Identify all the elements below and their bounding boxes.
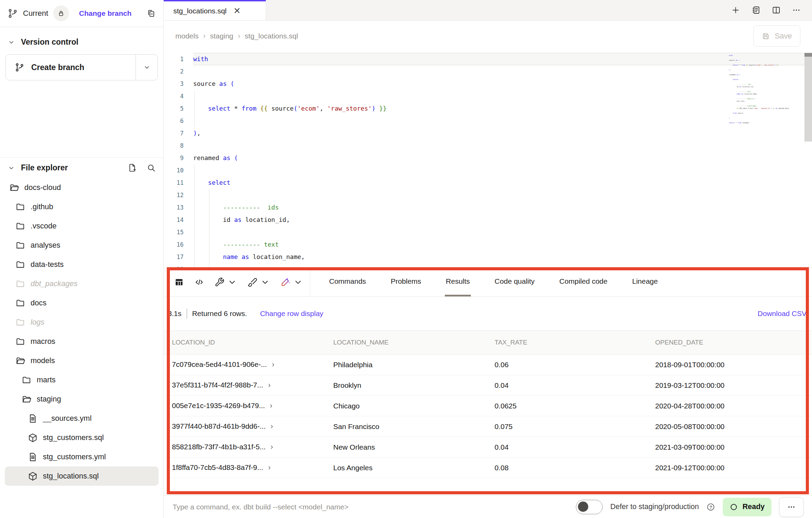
table-cell: 0.08	[486, 464, 647, 472]
change-row-display-link[interactable]: Change row display	[260, 309, 323, 318]
panel-tab-code-quality[interactable]: Code quality	[494, 268, 536, 296]
table-cell: 0.06	[486, 361, 647, 369]
download-csv-link[interactable]: Download CSV	[758, 309, 807, 318]
results-table-button[interactable]	[174, 277, 184, 287]
file-tree-item-macros[interactable]: macros	[5, 332, 159, 351]
more-icon[interactable]	[792, 5, 801, 15]
folder-icon	[15, 317, 25, 327]
ready-status-badge[interactable]: Ready	[723, 498, 772, 516]
save-button[interactable]: Save	[753, 25, 800, 47]
file-tree-item-marts[interactable]: marts	[5, 370, 159, 390]
new-tab-icon[interactable]	[731, 5, 740, 15]
file-tree-item-dbt-packages[interactable]: dbt_packages	[5, 274, 159, 293]
file-explorer-actions	[128, 163, 156, 172]
close-tab-icon[interactable]: ✕	[233, 7, 241, 15]
editor-minimap[interactable]: with source as ( select * from {{ source…	[729, 54, 801, 149]
code-lines: 1with2 3source as (4 5 select * from {{ …	[164, 53, 812, 268]
line-number: 13	[164, 201, 193, 214]
expand-cell-icon[interactable]	[267, 464, 272, 472]
expand-cell-icon[interactable]	[269, 423, 275, 431]
folder-icon	[15, 337, 25, 347]
version-control-header[interactable]: Version control	[0, 37, 163, 47]
breadcrumb-segment[interactable]: models	[175, 32, 199, 40]
code-preview-button[interactable]	[194, 277, 204, 287]
create-branch-dropdown[interactable]	[136, 55, 158, 80]
empty-table-row	[164, 478, 812, 494]
search-icon[interactable]	[147, 163, 156, 172]
line-number: 15	[164, 226, 193, 238]
file-tree-item-docs[interactable]: docs	[5, 293, 159, 313]
chevron-down-icon[interactable]	[227, 277, 237, 287]
line-number: 16	[164, 238, 193, 251]
format-brush-button[interactable]	[247, 277, 270, 287]
more-options-button[interactable]	[779, 497, 804, 517]
file-tree-item-label: macros	[31, 337, 55, 346]
file-explorer-title: File explorer	[21, 163, 68, 172]
indent-guide	[209, 214, 209, 226]
line-number: 1	[164, 53, 193, 65]
notebook-icon[interactable]	[751, 5, 761, 15]
file-tree-item-staging[interactable]: staging	[5, 390, 159, 409]
command-input[interactable]	[173, 503, 568, 511]
breadcrumb-segment[interactable]: staging	[210, 32, 233, 40]
indent-guide	[209, 251, 209, 263]
split-editor-icon[interactable]	[772, 5, 781, 15]
chevron-down-icon[interactable]	[293, 277, 303, 287]
file-tree-item-stg-locations-sql[interactable]: stg_locations.sql	[5, 466, 159, 486]
file-tree-item--github[interactable]: .github	[5, 197, 159, 216]
expand-cell-icon[interactable]	[267, 382, 272, 390]
change-branch-link[interactable]: Change branch	[79, 9, 131, 18]
new-file-icon[interactable]	[128, 163, 137, 172]
file-tree-item-logs[interactable]: logs	[5, 313, 159, 332]
build-tools-button[interactable]	[214, 277, 237, 287]
save-label: Save	[775, 32, 792, 41]
breadcrumb: models›staging›stg_locations.sql	[175, 32, 298, 41]
breadcrumb-segment[interactable]: stg_locations.sql	[245, 32, 298, 40]
panel-tab-lineage[interactable]: Lineage	[631, 268, 659, 296]
panel-tab-compiled-code[interactable]: Compiled code	[558, 268, 608, 296]
editor-scrollbar[interactable]	[804, 53, 812, 142]
help-icon[interactable]: ?	[706, 503, 715, 511]
file-tree-item--sources-yml[interactable]: __sources.yml	[5, 409, 159, 428]
chevron-down-icon[interactable]	[260, 277, 270, 287]
panel-tab-results[interactable]: Results	[445, 268, 471, 296]
code-editor[interactable]: 1with2 3source as (4 5 select * from {{ …	[164, 52, 812, 268]
expand-cell-icon[interactable]	[269, 443, 275, 452]
panel-toolbar-icons	[164, 268, 310, 296]
indent-guide	[194, 251, 195, 263]
file-tree-item-models[interactable]: models	[5, 351, 159, 370]
scrollbar-thumb[interactable]	[804, 53, 812, 57]
expand-cell-icon[interactable]	[270, 361, 276, 369]
expand-cell-icon[interactable]	[268, 402, 274, 410]
file-tree-item--vscode[interactable]: .vscode	[5, 216, 159, 236]
panel-tab-commands[interactable]: Commands	[328, 268, 367, 296]
editor-tab-stg-locations[interactable]: stg_locations.sql ✕	[164, 0, 266, 20]
chevron-down-icon	[8, 164, 15, 172]
file-explorer-header[interactable]: File explorer	[0, 158, 163, 176]
line-number: 2	[164, 65, 193, 78]
file-tree-item-stg-customers-sql[interactable]: stg_customers.sql	[5, 428, 159, 447]
chevron-down-icon	[8, 38, 15, 46]
copy-button[interactable]	[146, 9, 156, 18]
breadcrumb-separator: ›	[203, 32, 206, 41]
line-number: 8	[164, 139, 193, 152]
ai-assist-button[interactable]	[280, 277, 303, 287]
lock-icon	[57, 10, 65, 17]
breadcrumb-separator: ›	[238, 32, 240, 41]
model-icon	[28, 433, 38, 443]
defer-toggle[interactable]	[576, 500, 603, 514]
file-tree-item-analyses[interactable]: analyses	[5, 236, 159, 255]
line-number: 5	[164, 102, 193, 115]
create-branch-button[interactable]: Create branch	[6, 55, 136, 80]
table-cell: 0.0625	[486, 402, 647, 410]
indent-guide	[194, 201, 195, 214]
toggle-knob	[578, 502, 588, 512]
ellipsis-icon	[787, 503, 796, 511]
file-tree-item-data-tests[interactable]: data-tests	[5, 255, 159, 274]
returned-rows-label: Returned 6 rows.	[192, 309, 247, 318]
code-line-2: 2	[164, 65, 812, 78]
file-tree-item-stg-customers-yml[interactable]: stg_customers.yml	[5, 447, 159, 466]
file-tree-item-label: .vscode	[31, 222, 57, 230]
panel-tab-problems[interactable]: Problems	[390, 268, 422, 296]
file-tree-item-docs-cloud[interactable]: docs-cloud	[5, 178, 159, 197]
